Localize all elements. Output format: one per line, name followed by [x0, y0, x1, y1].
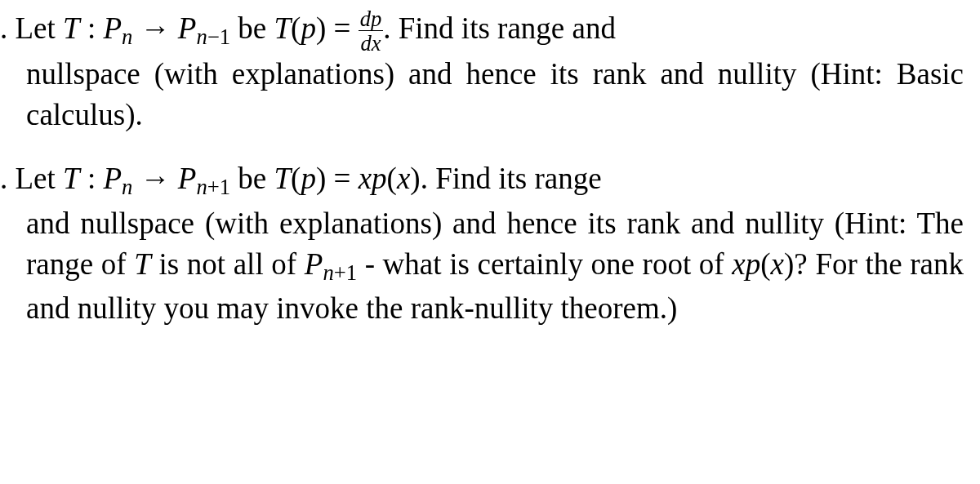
be-text: be: [230, 162, 274, 195]
rest-T: T: [134, 247, 151, 281]
codomain-sub-n: n: [196, 24, 207, 49]
colon: :: [80, 162, 104, 195]
rhs-paren-open: (: [387, 162, 397, 195]
prefix: . Let: [0, 11, 63, 45]
num-p: p: [371, 7, 381, 31]
den-d: d: [360, 31, 371, 56]
T-of-p-T: T: [274, 11, 292, 45]
codomain-sub-n: n: [196, 175, 207, 200]
problem-2: . Let T : Pn → Pn+1 be T(p) = xp(x). Fin…: [0, 158, 964, 329]
equals: =: [326, 11, 358, 45]
be-text: be: [230, 11, 274, 45]
fraction-dpdx: dpdx: [359, 8, 384, 54]
rest-c: - what is certainly one root of: [357, 247, 732, 281]
T-of-p-arg: p: [301, 11, 316, 45]
rest-paren-close: ): [784, 247, 794, 281]
rest-paren-open: (: [760, 247, 770, 281]
domain-P: P: [103, 162, 122, 195]
codomain-sub-op: −1: [207, 24, 230, 49]
arrow-icon: →: [132, 162, 178, 195]
fraction-denominator: dx: [359, 31, 384, 55]
after-rhs: . Find its range: [421, 162, 602, 195]
problem-2-first-line: . Let T : Pn → Pn+1 be T(p) = xp(x). Fin…: [0, 158, 964, 202]
rest-x: x: [732, 247, 745, 281]
num-d: d: [360, 7, 371, 31]
problem-1: . Let T : Pn → Pn−1 be T(p) = dpdx. Find…: [0, 8, 964, 135]
codomain-sub-op: +1: [207, 175, 230, 200]
paren-open: (: [291, 162, 301, 195]
problem-2-rest: and nullspace (with explanations) and he…: [0, 203, 964, 329]
colon: :: [80, 11, 104, 45]
fraction-numerator: dp: [359, 8, 384, 31]
rest-px: x: [771, 247, 784, 281]
operator-T: T: [63, 162, 80, 195]
operator-T: T: [63, 11, 80, 45]
codomain-P: P: [178, 162, 197, 195]
rest-b: is not all of: [151, 247, 305, 281]
rest-p: p: [746, 247, 761, 281]
arrow-icon: →: [132, 11, 178, 45]
T-of-p-T: T: [274, 162, 292, 195]
rest-P: P: [305, 247, 323, 281]
domain-sub: n: [122, 175, 132, 200]
document-page: . Let T : Pn → Pn−1 be T(p) = dpdx. Find…: [0, 0, 980, 360]
domain-P: P: [103, 11, 122, 45]
codomain-P: P: [178, 11, 197, 45]
prefix: . Let: [0, 162, 63, 195]
paren-open: (: [291, 11, 301, 45]
rhs-px: x: [397, 162, 410, 195]
paren-close: ): [316, 11, 326, 45]
problem-1-first-line: . Let T : Pn → Pn−1 be T(p) = dpdx. Find…: [0, 8, 964, 54]
equals: =: [326, 162, 358, 195]
rhs-p: p: [372, 162, 387, 195]
T-of-p-arg: p: [301, 162, 316, 195]
rest-P-sub-n: n: [323, 260, 333, 285]
after-frac: . Find its range and: [383, 11, 616, 45]
rest-P-sub-op: +1: [334, 260, 357, 285]
paren-close: ): [316, 162, 326, 195]
domain-sub: n: [122, 24, 132, 49]
rhs-x: x: [359, 162, 372, 195]
den-x: x: [372, 31, 381, 56]
rhs-paren-close: ): [410, 162, 420, 195]
problem-1-rest: nullspace (with explanations) and hence …: [0, 54, 964, 135]
